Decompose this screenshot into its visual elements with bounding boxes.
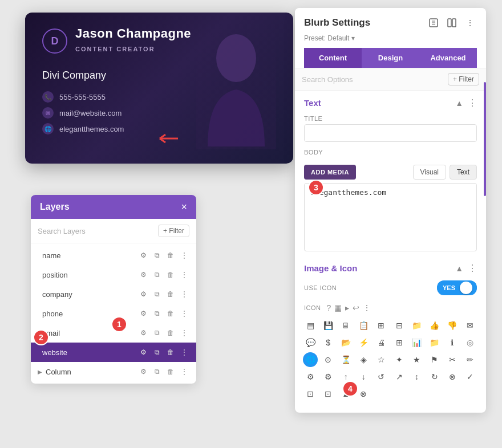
layer-duplicate-icon[interactable]: ⧉ [152,289,162,299]
layer-settings-icon[interactable]: ⚙ [138,270,148,280]
icon-cell[interactable]: 🖨 [374,335,388,350]
icon-cell[interactable]: 🖥 [338,318,353,333]
icon-cell[interactable]: 📁 [410,318,424,333]
icon-grid-icon[interactable]: ▦ [334,303,342,312]
layer-settings-icon[interactable]: ⚙ [138,328,148,338]
layer-item-company[interactable]: company ⚙ ⧉ 🗑 ⋮ [31,284,196,304]
icon-cell[interactable]: ⊡ [321,386,335,401]
layer-delete-icon[interactable]: 🗑 [165,366,176,377]
icon-cell[interactable]: ✦ [392,352,407,367]
icon-cell[interactable]: ⊗ [445,369,460,384]
icon-cell[interactable]: 📂 [338,335,353,350]
settings-preset[interactable]: Preset: Default ▾ [304,34,477,42]
icon-cell[interactable]: ℹ [445,335,460,350]
icon-cell[interactable]: ◎ [463,335,477,350]
icon-cell[interactable]: ⊞ [392,335,407,350]
text-button[interactable]: Text [450,165,477,180]
tab-content[interactable]: Content [304,48,362,68]
layer-drag-icon[interactable]: ⋮ [179,366,189,377]
layer-delete-icon[interactable]: 🗑 [165,250,176,260]
icon-section-more[interactable]: ⋮ [468,263,477,274]
icon-cell[interactable]: ↕ [410,369,424,384]
layer-drag-icon[interactable]: ⋮ [179,308,189,319]
icon-cell[interactable]: ▤ [303,318,318,333]
icon-cell[interactable]: ✉ [463,318,477,333]
icon-cell[interactable]: ⊗ [356,386,371,401]
globe-icon-selected[interactable]: 🌐 [303,352,318,367]
layer-duplicate-icon[interactable]: ⧉ [152,308,162,319]
icon-cell[interactable]: ◈ [356,352,371,367]
icon-cell[interactable]: ✂ [445,352,460,367]
settings-search-placeholder[interactable]: Search Options [302,75,353,84]
layers-search-placeholder[interactable]: Search Layers [38,227,86,235]
layer-item-column[interactable]: ▶ Column ⚙ ⧉ 🗑 ⋮ [31,362,196,381]
layer-drag-icon[interactable]: ⋮ [179,289,189,299]
settings-columns-icon[interactable] [445,16,459,30]
icon-undo-icon[interactable]: ↩ [353,303,359,312]
layer-delete-icon[interactable]: 🗑 [165,308,176,319]
settings-more-icon[interactable]: ⋮ [463,16,477,30]
icon-cell[interactable]: ✏ [463,352,477,367]
settings-expand-icon[interactable] [427,16,440,30]
icon-cell[interactable]: ↗ [392,369,407,384]
icon-cell[interactable]: ↓ [356,369,371,384]
icon-cell[interactable]: ⚑ [427,352,442,367]
icon-cell[interactable]: 📊 [410,335,424,350]
settings-filter-button[interactable]: + Filter [448,73,479,85]
icon-cell[interactable]: ⊡ [303,386,318,401]
icon-cell[interactable]: 📋 [356,318,371,333]
icon-cursor-icon[interactable]: ▸ [345,303,349,312]
title-input[interactable] [304,124,477,142]
layer-drag-icon[interactable]: ⋮ [179,328,189,338]
text-section-collapse[interactable]: ▲ [455,99,463,108]
tab-design[interactable]: Design [362,48,419,68]
use-icon-toggle[interactable]: YES [437,280,477,295]
icon-cell[interactable]: ⚙ [303,369,318,384]
icon-cell[interactable]: ☆ [374,352,388,367]
layers-filter-button[interactable]: + Filter [158,225,189,237]
layer-item-name[interactable]: name ⚙ ⧉ 🗑 ⋮ [31,246,196,265]
icon-cell[interactable]: ⊙ [321,352,335,367]
icon-cell[interactable]: 💬 [303,335,318,350]
layer-settings-icon[interactable]: ⚙ [138,308,148,319]
text-section-more[interactable]: ⋮ [468,97,477,108]
layer-drag-icon[interactable]: ⋮ [179,347,189,357]
icon-cell[interactable]: ★ [410,352,424,367]
icon-section-collapse[interactable]: ▲ [455,264,463,273]
layer-delete-icon[interactable]: 🗑 [165,289,176,299]
layer-delete-icon[interactable]: 🗑 [165,328,176,338]
icon-cell[interactable]: ↻ [427,369,442,384]
layer-drag-icon[interactable]: ⋮ [179,250,189,260]
icon-more-icon[interactable]: ⋮ [363,303,371,312]
icon-cell[interactable]: ⊞ [374,318,388,333]
icon-cell[interactable]: ⊟ [392,318,407,333]
icon-cell[interactable]: 👍 [427,318,442,333]
layer-item-position[interactable]: position ⚙ ⧉ 🗑 ⋮ [31,265,196,284]
settings-scrollbar[interactable] [484,82,486,196]
add-media-button[interactable]: ADD MEDIA [304,165,356,180]
layer-settings-icon[interactable]: ⚙ [138,250,148,260]
icon-cell[interactable]: ↺ [374,369,388,384]
visual-button[interactable]: Visual [413,165,446,180]
layer-item-website[interactable]: website ⚙ ⧉ 🗑 ⋮ [31,343,196,362]
body-textarea[interactable] [304,183,477,251]
icon-cell[interactable]: ⚙ [321,369,335,384]
layer-settings-icon[interactable]: ⚙ [138,289,148,299]
icon-help-icon[interactable]: ? [327,303,331,312]
icon-cell[interactable]: $ [321,335,335,350]
layer-duplicate-icon[interactable]: ⧉ [152,366,162,377]
icon-cell[interactable]: 👎 [445,318,460,333]
layer-delete-icon[interactable]: 🗑 [165,270,176,280]
layer-settings-icon[interactable]: ⚙ [138,347,148,357]
icon-cell[interactable]: ⚡ [356,335,371,350]
layer-duplicate-icon[interactable]: ⧉ [152,250,162,260]
icon-cell[interactable]: 📁 [427,335,442,350]
layer-duplicate-icon[interactable]: ⧉ [152,347,162,357]
icon-cell[interactable]: ✓ [463,369,477,384]
tab-advanced[interactable]: Advanced [419,48,477,68]
layer-delete-icon[interactable]: 🗑 [165,347,176,357]
layer-duplicate-icon[interactable]: ⧉ [152,328,162,338]
icon-cell[interactable]: ⏳ [338,352,353,367]
layer-duplicate-icon[interactable]: ⧉ [152,270,162,280]
layer-drag-icon[interactable]: ⋮ [179,270,189,280]
